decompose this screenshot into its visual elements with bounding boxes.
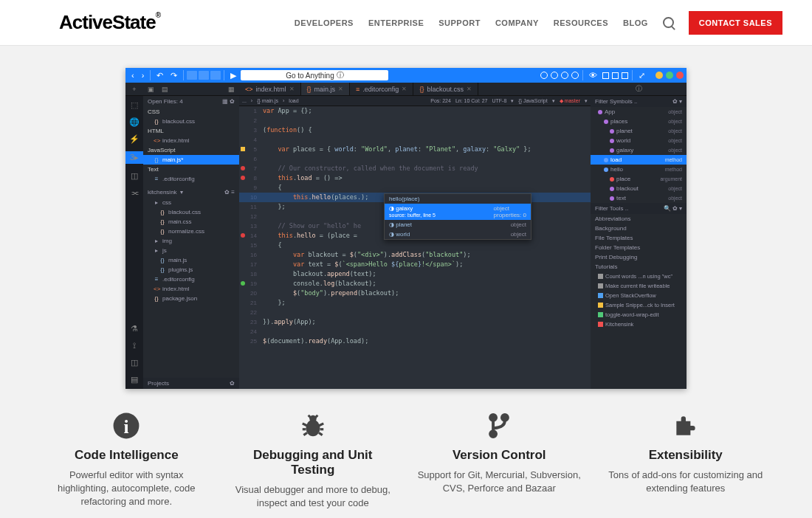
nav-link[interactable]: COMPANY [495, 18, 539, 27]
tools-filter[interactable]: Filter Tools ..🔍 ✿ ▾ [591, 203, 687, 214]
file-item[interactable]: {}normalize.css [143, 227, 239, 236]
bolt-icon[interactable]: ⚡ [129, 134, 140, 144]
symbol-item[interactable]: textobject [591, 193, 687, 203]
tool-item[interactable]: Folder Templates [591, 243, 687, 252]
file-item[interactable]: {}package.json [143, 294, 239, 303]
tool-item[interactable]: Tutorials [591, 262, 687, 272]
beaker-icon[interactable]: ⚗ [131, 324, 138, 334]
editor-tab[interactable]: {} main.js ✕ [301, 83, 351, 95]
symbol-item[interactable]: blackoutobject [591, 184, 687, 193]
add-tab-icon[interactable]: + [125, 86, 143, 93]
back-icon[interactable]: ‹ [128, 71, 137, 80]
code-editor[interactable]: ...› {} main.js› load Pos: 224 Ln: 10 Co… [239, 96, 591, 389]
maximize-icon[interactable] [666, 72, 673, 79]
nav-link[interactable]: SUPPORT [438, 18, 481, 27]
folder-item[interactable]: ▸js [143, 246, 239, 255]
macro-item[interactable]: Open StackOverflow [591, 291, 687, 300]
tool-item[interactable]: Print Debugging [591, 252, 687, 262]
logo[interactable]: ActiveState® [59, 11, 160, 34]
gutter[interactable]: 1234567891011121314151617181920212223242… [239, 106, 260, 346]
share-icon[interactable]: ⫘ [131, 188, 139, 197]
save-icon[interactable] [210, 71, 221, 80]
files-icon[interactable]: 3▸ [125, 151, 143, 164]
macro-item[interactable]: Sample Snippe...ck to Insert [591, 300, 687, 310]
macro-item[interactable]: Count words ...n using "wc" [591, 272, 687, 281]
folder-item[interactable]: ▸img [143, 236, 239, 246]
close-icon[interactable] [676, 72, 684, 79]
disk-icon[interactable]: ▤ [131, 375, 138, 384]
file-item[interactable]: <>index.html [143, 136, 239, 145]
symbol-item[interactable]: planetobject [591, 126, 687, 136]
eye-icon[interactable]: 👁 [586, 71, 600, 80]
folder-icon[interactable]: ▣ [148, 86, 154, 93]
crumb[interactable]: load [289, 98, 298, 103]
record-icon[interactable] [551, 72, 558, 79]
project-header[interactable]: kitchensink ▾✿ ≡ [143, 187, 239, 198]
file-item[interactable]: {}main.css [143, 217, 239, 227]
tool-item[interactable]: Abbreviations [591, 214, 687, 224]
file-item[interactable]: ≡.editorconfig [143, 174, 239, 184]
nav-link[interactable]: DEVELOPERS [295, 18, 354, 27]
tool-item[interactable]: Background [591, 224, 687, 233]
autocomplete-item[interactable]: ◑ planetobject [385, 220, 531, 229]
macro-item[interactable]: Make current file writeable [591, 281, 687, 291]
symbol-item[interactable]: hellomethod [591, 165, 687, 174]
crumb[interactable]: {} main.js [257, 98, 278, 103]
file-item[interactable]: {}main.js* [143, 155, 239, 165]
goto-anything-input[interactable]: Go to Anything ⓘ [241, 70, 388, 80]
symbol-item[interactable]: galaxyobject [591, 145, 687, 155]
db-icon[interactable]: ◫ [131, 358, 138, 367]
symbol-item[interactable]: worldobject [591, 136, 687, 145]
tool-item[interactable]: File Templates [591, 233, 687, 243]
open-files-header[interactable]: Open Files: 4▦ ✿ [143, 96, 239, 107]
editor-tab[interactable]: ≡ .editorconfig ✕ [350, 83, 413, 95]
editor-tab[interactable]: {} blackout.css ✕ [413, 83, 478, 95]
settings-icon[interactable]: ▦ [228, 86, 235, 93]
play-icon[interactable]: ▶ [227, 71, 239, 80]
file-item[interactable]: {}plugins.js [143, 265, 239, 274]
file-item[interactable]: <>index.html [143, 284, 239, 294]
undo-icon[interactable]: ↶ [154, 71, 166, 80]
encoding-indicator[interactable]: UTF-8 [492, 98, 506, 104]
expand-icon[interactable]: ⤢ [636, 71, 648, 80]
record-icon[interactable] [540, 72, 548, 79]
file-item[interactable]: {}blackout.css [143, 207, 239, 217]
redo-icon[interactable]: ↷ [168, 71, 180, 80]
search-icon[interactable]: 🌐 [129, 117, 140, 127]
autocomplete-item[interactable]: ◑ galaxysource: buffer, line 5objectprop… [385, 204, 531, 220]
file-icon[interactable]: ▤ [162, 86, 168, 93]
symbols-filter[interactable]: Filter Symbols ..✿ ▾ [591, 96, 687, 107]
info-icon[interactable]: ⓘ [591, 84, 687, 94]
record-icon[interactable] [561, 72, 568, 79]
projects-footer[interactable]: Projects✿ [143, 378, 239, 389]
crumb[interactable]: ... [242, 98, 247, 103]
folder-item[interactable]: ▸css [143, 198, 239, 207]
symbol-item[interactable]: placesobject [591, 117, 687, 126]
editor-tab[interactable]: <> index.html ✕ [239, 83, 301, 95]
minimize-icon[interactable] [656, 72, 663, 79]
layout-icon[interactable] [612, 72, 619, 79]
autocomplete-popup[interactable]: hello(place) ◑ galaxysource: buffer, lin… [384, 193, 531, 240]
file-item[interactable]: {}blackout.css [143, 117, 239, 126]
branch-indicator[interactable]: ◆ master [560, 98, 580, 104]
nav-link[interactable]: ENTERPRISE [368, 18, 424, 27]
language-indicator[interactable]: {} JavaScript [518, 98, 547, 104]
explorer-icon[interactable]: ⬚ [131, 100, 138, 110]
open-icon[interactable] [199, 71, 209, 80]
forward-icon[interactable]: › [139, 71, 148, 80]
record-icon[interactable] [571, 72, 579, 79]
symbol-item[interactable]: placeargument [591, 174, 687, 184]
macro-item[interactable]: toggle-word-wrap-edit [591, 310, 687, 320]
file-item[interactable]: ≡.editorconfig [143, 274, 239, 284]
macro-item[interactable]: Kitchensink [591, 320, 687, 329]
layout-icon[interactable] [602, 72, 609, 79]
autocomplete-item[interactable]: ◑ worldobject [385, 229, 531, 239]
symbol-item[interactable]: loadmethod [591, 155, 687, 165]
search-icon[interactable] [663, 17, 674, 28]
box-icon[interactable]: ◫ [131, 171, 138, 181]
nav-link[interactable]: RESOURCES [554, 18, 608, 27]
symbol-item[interactable]: Appobject [591, 107, 687, 117]
new-file-icon[interactable] [187, 71, 197, 80]
chart-icon[interactable]: ⟟ [133, 341, 136, 350]
file-item[interactable]: {}main.js [143, 255, 239, 265]
